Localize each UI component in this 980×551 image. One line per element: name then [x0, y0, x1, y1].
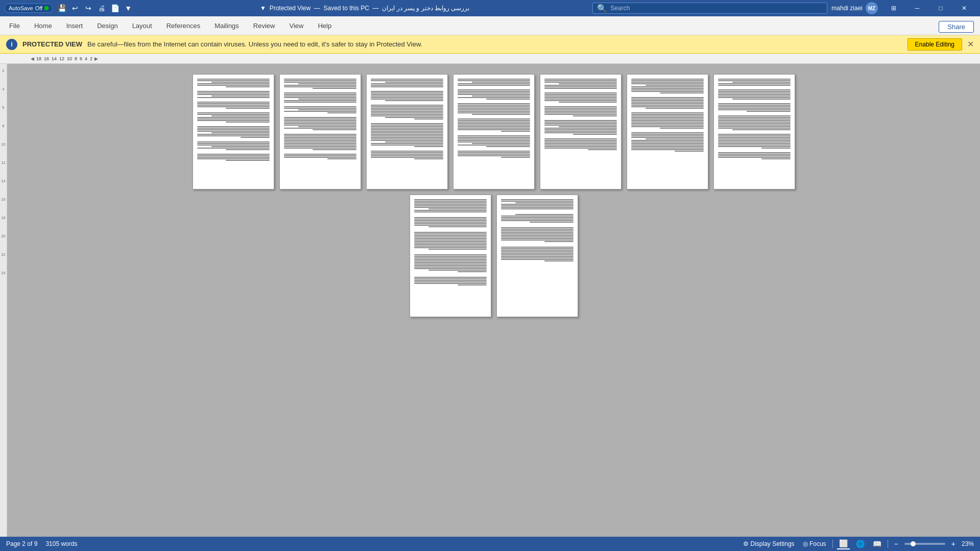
- title-bar-left: AutoSave Off 💾 ↩ ↪ 🖨 📄 ▼: [4, 3, 137, 14]
- status-left: Page 2 of 9 3105 words: [6, 540, 77, 547]
- focus-button[interactable]: ◎ Focus: [801, 539, 828, 548]
- page-4[interactable]: [453, 74, 535, 189]
- minimize-btn[interactable]: ─: [905, 0, 929, 16]
- zoom-in-button[interactable]: +: [949, 539, 958, 549]
- pages-row-1: [193, 74, 795, 189]
- print-icon[interactable]: 🖨: [96, 3, 107, 14]
- title-bar-right: mahdi ziaei MZ ⊞ ─ □ ✕: [831, 0, 976, 16]
- status-bar: Page 2 of 9 3105 words ⚙ Display Setting…: [0, 537, 980, 551]
- zoom-out-button[interactable]: −: [892, 539, 900, 549]
- page-8[interactable]: [410, 195, 491, 317]
- autosave-toggle[interactable]: AutoSave Off: [4, 4, 53, 13]
- zoom-slider[interactable]: [904, 543, 945, 545]
- view-mode: Protected View: [270, 5, 311, 12]
- close-btn[interactable]: ✕: [952, 0, 976, 16]
- focus-icon: ◎: [803, 540, 808, 547]
- save-icon[interactable]: 💾: [56, 3, 67, 14]
- protected-icon: i: [6, 39, 17, 50]
- tab-mailings[interactable]: Mailings: [207, 16, 246, 35]
- focus-label: Focus: [809, 540, 826, 547]
- tab-insert[interactable]: Insert: [59, 16, 90, 35]
- zoom-thumb: [911, 541, 916, 546]
- page-6[interactable]: [627, 74, 708, 189]
- zoom-level: 23%: [962, 540, 974, 547]
- print-layout-view-button[interactable]: ⬜: [837, 538, 850, 549]
- ribbon-display-btn[interactable]: ⊞: [882, 0, 905, 16]
- enable-editing-button[interactable]: Enable Editing: [907, 38, 962, 51]
- save-status: Saved to this PC: [323, 5, 369, 12]
- status-divider: [832, 540, 833, 548]
- page-9[interactable]: [496, 195, 578, 317]
- window-controls: ⊞ ─ □ ✕: [882, 0, 976, 16]
- web-layout-view-button[interactable]: 🌐: [854, 539, 867, 549]
- read-mode-button[interactable]: 📖: [871, 539, 883, 549]
- display-settings-icon: ⚙: [743, 540, 749, 547]
- horizontal-ruler: ◀ 18 16 14 12 10 8 6 4 2 ▶: [0, 54, 980, 64]
- tab-file[interactable]: File: [2, 16, 27, 35]
- redo-icon[interactable]: ↪: [83, 3, 94, 14]
- undo-icon[interactable]: ↩: [69, 3, 81, 14]
- tab-layout[interactable]: Layout: [125, 16, 159, 35]
- customize-icon[interactable]: ▼: [123, 3, 134, 14]
- vertical-ruler: 2 4 6 8 10 12 14 16 18 20 22 24: [0, 64, 7, 537]
- protected-close-button[interactable]: ✕: [967, 39, 974, 49]
- search-bar[interactable]: 🔍: [592, 3, 827, 14]
- ribbon: File Home Insert Design Layout Reference…: [0, 16, 980, 35]
- doc-title: بررسی روابط دختر و پسر در ایران: [382, 5, 469, 12]
- tab-review[interactable]: Review: [246, 16, 282, 35]
- title-bar-title: بررسی روابط دختر و پسر در ایران — Protec…: [141, 5, 588, 12]
- main-area: 2 4 6 8 10 12 14 16 18 20 22 24: [0, 64, 980, 537]
- new-doc-icon[interactable]: 📄: [109, 3, 121, 14]
- autosave-state: Off: [35, 5, 42, 11]
- tab-view[interactable]: View: [282, 16, 310, 35]
- page-2[interactable]: [279, 74, 361, 189]
- pages-row-2: [410, 195, 578, 317]
- document-area[interactable]: [7, 64, 980, 537]
- user-info: mahdi ziaei MZ: [831, 2, 878, 14]
- maximize-btn[interactable]: □: [929, 0, 952, 16]
- page-3[interactable]: [366, 74, 448, 189]
- title-bar: AutoSave Off 💾 ↩ ↪ 🖨 📄 ▼ بررسی روابط دخت…: [0, 0, 980, 16]
- ruler-end-marker: ▶: [94, 56, 98, 61]
- protected-title: PROTECTED VIEW: [22, 40, 82, 48]
- user-avatar: MZ: [866, 2, 878, 14]
- ribbon-tabs: File Home Insert Design Layout Reference…: [0, 16, 980, 35]
- tab-help[interactable]: Help: [310, 16, 339, 35]
- autosave-dot: [44, 6, 49, 10]
- protected-view-bar: i PROTECTED VIEW Be careful—files from t…: [0, 35, 980, 54]
- display-settings-label: Display Settings: [751, 540, 795, 547]
- status-right: ⚙ Display Settings ◎ Focus ⬜ 🌐 📖 − + 23%: [741, 538, 974, 549]
- search-input[interactable]: [610, 5, 823, 12]
- display-settings-button[interactable]: ⚙ Display Settings: [741, 539, 796, 548]
- ruler-marker: ◀: [31, 56, 34, 61]
- page-1[interactable]: [193, 74, 274, 189]
- share-button[interactable]: Share: [939, 21, 974, 33]
- page-7[interactable]: [713, 74, 795, 189]
- protected-message: Be careful—files from the Internet can c…: [87, 40, 902, 48]
- user-name: mahdi ziaei: [831, 5, 863, 12]
- title-bar-icons: 💾 ↩ ↪ 🖨 📄 ▼: [56, 3, 134, 14]
- ruler-numbers: 18 16 14 12 10 8 6 4 2: [36, 56, 92, 61]
- search-icon: 🔍: [597, 4, 607, 13]
- word-count: 3105 words: [45, 540, 77, 547]
- page-number: Page 2 of 9: [6, 540, 37, 547]
- status-divider-2: [888, 540, 888, 548]
- tab-references[interactable]: References: [159, 16, 207, 35]
- tab-design[interactable]: Design: [90, 16, 125, 35]
- tab-home[interactable]: Home: [27, 16, 59, 35]
- page-5[interactable]: [540, 74, 622, 189]
- autosave-label: AutoSave: [9, 5, 33, 11]
